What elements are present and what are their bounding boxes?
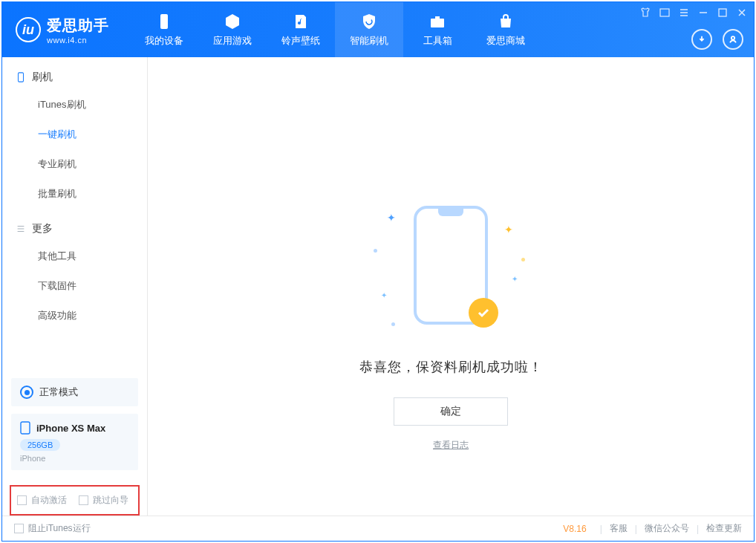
sparkle-icon: ✦ [504,224,513,235]
sparkle-icon: ✦ [512,275,518,283]
check-badge-icon [469,298,498,328]
brand-url: www.i4.cn [47,36,109,45]
menu-icon[interactable] [678,7,690,19]
dot-icon [521,258,525,261]
music-file-icon [291,12,310,31]
brand-name: 爱思助手 [47,16,109,36]
svg-rect-4 [719,9,726,16]
footer-link-wechat[interactable]: 微信公众号 [645,522,689,535]
sidebar-item-advanced[interactable]: 高级功能 [2,301,147,331]
device-icon [16,72,26,82]
svg-rect-3 [660,9,669,16]
tab-my-device[interactable]: 我的设备 [130,2,198,57]
top-tabs: 我的设备 应用游戏 铃声壁纸 智能刷机 工具箱 爱思商城 [130,2,540,57]
checkbox-icon [14,524,24,533]
mode-dot-icon [20,386,33,399]
toolbox-icon [428,12,447,31]
tab-smart-flash[interactable]: 智能刷机 [335,2,403,57]
svg-rect-0 [160,14,168,29]
storage-badge: 256GB [20,439,60,451]
footer-link-support[interactable]: 客服 [610,522,628,535]
maximize-icon[interactable] [717,7,729,19]
brand[interactable]: iu 爱思助手 www.i4.cn [2,16,123,45]
sparkle-icon: ✦ [381,291,387,299]
check-auto-activate[interactable]: 自动激活 [17,494,67,507]
mode-label: 正常模式 [39,386,78,399]
success-message: 恭喜您，保资料刷机成功啦！ [359,358,543,376]
check-block-itunes[interactable]: 阻止iTunes运行 [14,522,91,535]
sidebar-item-oneclick-flash[interactable]: 一键刷机 [2,120,147,149]
tab-label: 应用游戏 [213,34,252,48]
view-log-link[interactable]: 查看日志 [433,439,469,452]
sidebar-section-flash: 刷机 [2,57,147,90]
tab-shop[interactable]: 爱思商城 [472,2,540,57]
highlighted-checks: 自动激活 跳过向导 [10,485,140,516]
sidebar-item-pro-flash[interactable]: 专业刷机 [2,149,147,179]
svg-rect-1 [431,19,444,27]
success-illustration: ✦ ✦ ✦ ✦ [369,206,532,325]
brand-logo-icon: iu [16,17,41,42]
ok-button[interactable]: 确定 [394,397,508,426]
header-right-buttons [691,29,743,50]
svg-rect-6 [19,73,24,82]
check-skip-guide[interactable]: 跳过向导 [79,494,128,507]
shield-sync-icon [359,12,379,31]
svg-point-5 [731,36,734,39]
svg-rect-2 [435,16,440,19]
svg-rect-7 [21,422,30,434]
device-type: iPhone [20,454,129,463]
cube-icon [223,12,242,31]
footer: 阻止iTunes运行 V8.16 | 客服 | 微信公众号 | 检查更新 [2,516,754,541]
user-button[interactable] [723,29,743,50]
footer-link-update[interactable]: 检查更新 [706,522,742,535]
dot-icon [391,322,395,326]
section-title-text: 刷机 [32,71,53,84]
checkbox-icon [79,495,88,505]
main-content: ✦ ✦ ✦ ✦ 恭喜您，保资料刷机成功啦！ 确定 查看日志 [148,57,754,516]
tab-label: 我的设备 [145,34,183,48]
sidebar-item-itunes-flash[interactable]: iTunes刷机 [2,90,147,120]
app-header: iu 爱思助手 www.i4.cn 我的设备 应用游戏 铃声壁纸 智能刷机 [2,2,754,57]
tab-label: 智能刷机 [350,34,388,48]
bag-icon [496,12,515,31]
sidebar: 刷机 iTunes刷机 一键刷机 专业刷机 批量刷机 更多 其他工具 下载固件 … [2,57,148,516]
device-card[interactable]: iPhone XS Max 256GB iPhone [11,414,138,470]
shirt-icon[interactable] [639,7,651,19]
check-label: 跳过向导 [93,494,128,507]
version-label: V8.16 [563,524,586,534]
check-label: 自动激活 [31,494,67,507]
list-icon [16,224,26,234]
phone-icon [154,12,174,31]
tab-label: 爱思商城 [486,34,525,48]
mode-card[interactable]: 正常模式 [11,378,138,406]
tab-apps-games[interactable]: 应用游戏 [198,2,267,57]
sparkle-icon: ✦ [387,212,396,224]
tab-ringtone-wallpaper[interactable]: 铃声壁纸 [267,2,335,57]
minimize-icon[interactable] [697,7,709,19]
tab-toolbox[interactable]: 工具箱 [403,2,472,57]
section-title-text: 更多 [32,222,53,235]
checkbox-icon [17,495,27,505]
tab-label: 工具箱 [423,34,452,48]
tab-label: 铃声壁纸 [281,34,320,48]
device-phone-icon [20,421,30,435]
sidebar-item-batch-flash[interactable]: 批量刷机 [2,179,147,209]
close-icon[interactable] [736,7,748,19]
download-button[interactable] [691,29,712,50]
phone-notch-icon [438,209,463,216]
dot-icon [374,249,377,253]
check-label: 阻止iTunes运行 [28,522,91,535]
window-controls [639,7,748,19]
sidebar-section-more: 更多 [2,209,147,241]
device-name: iPhone XS Max [36,423,105,434]
window-icon[interactable] [659,7,671,19]
sidebar-item-other-tools[interactable]: 其他工具 [2,241,147,271]
sidebar-item-download-firmware[interactable]: 下载固件 [2,271,147,301]
